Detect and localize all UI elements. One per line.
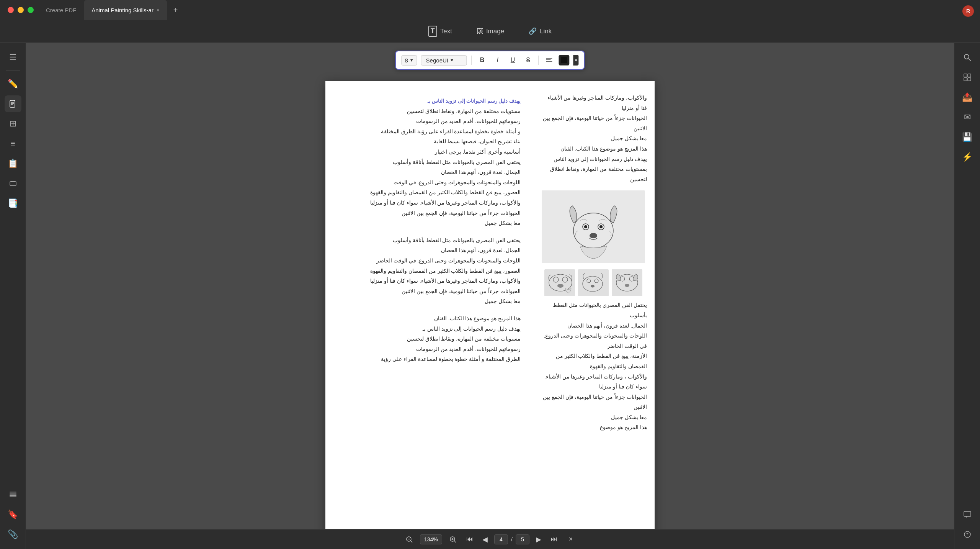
sidebar-right-mail[interactable]: ✉ xyxy=(959,109,976,126)
sidebar-right-lightning[interactable]: ⚡ xyxy=(959,149,976,166)
pdf-right-bottom-3: اللوحات والمنحوتات والمجوهرات وحتى الدرو… xyxy=(540,331,647,351)
svg-rect-5 xyxy=(11,181,15,182)
svg-rect-13 xyxy=(964,78,967,81)
text-icon: T xyxy=(428,26,437,37)
sidebar-icon-layers[interactable] xyxy=(5,175,21,192)
window-controls xyxy=(0,7,34,13)
sidebar-icon-list[interactable]: ≡ xyxy=(5,135,21,152)
pdf-right-line-1: والأكواب، وماركات المتاجر وغيرها من الأش… xyxy=(540,93,647,103)
main-content: 8 ▼ SegoeUI ▼ B I U S ▼ يهدف دليل رسم ال… xyxy=(26,43,954,549)
pdf-page: يهدف دليل رسم الحيوانات إلى تزويد الناس … xyxy=(325,81,655,541)
pdf-right-bottom-8: هذا المزيج هو موضوع xyxy=(540,422,647,433)
page-first-button[interactable]: ⏮ xyxy=(464,533,476,546)
strikethrough-button[interactable]: S xyxy=(523,54,534,66)
pdf-text-line-23: مستويات مختلفة من المهارة، ونقاط انطلاق … xyxy=(345,334,521,344)
toolbar-image-item[interactable]: 🖼 Image xyxy=(472,25,509,38)
page-prev-button[interactable]: ◀ xyxy=(479,533,491,546)
user-avatar: R xyxy=(962,5,974,17)
pdf-right-line-5: هذا المزيج هو موضوع هذا الكتاب. الفنان xyxy=(540,144,647,154)
font-name-selector[interactable]: SegoeUI ▼ xyxy=(421,55,467,66)
tab-animal-painting[interactable]: Animal Painting Skills-ar × xyxy=(84,0,167,20)
pdf-text-line-12: الحيوانات جزءاً من حياتنا اليومية، فإن ا… xyxy=(345,208,521,218)
svg-rect-8 xyxy=(10,492,16,493)
sidebar-right-save[interactable]: 💾 xyxy=(959,129,976,146)
pdf-text-line-11: والأكواب، وماركات المتاجر وغيرها من الأش… xyxy=(345,198,521,208)
page-separator: / xyxy=(511,536,513,542)
pdf-right-line-2: فنا أو منزليا xyxy=(540,103,647,113)
pdf-thumb-1 xyxy=(612,269,642,296)
zoom-in-button[interactable] xyxy=(447,533,459,546)
zoom-out-button[interactable] xyxy=(403,533,415,546)
color-dropdown[interactable]: ▼ xyxy=(573,55,579,66)
pdf-text-line-7: يحتفي الفن المصري بالحيوانات مثل القطط ب… xyxy=(345,157,521,167)
pdf-thumb-2 xyxy=(578,269,609,296)
sidebar-icon-menu[interactable]: ☰ xyxy=(5,49,21,66)
pdf-right-bottom-1: يحتفل الفن المصري بالحيوانات مثل القطط ب… xyxy=(540,300,647,320)
pdf-thumbnails xyxy=(540,269,647,296)
font-size-selector[interactable]: 8 ▼ xyxy=(401,55,417,66)
title-bar: Create PDF Animal Painting Skills-ar × +… xyxy=(0,0,980,20)
pdf-text-line-9: اللوحات والمنحوتات والمجوهرات وحتى الدرو… xyxy=(345,177,521,188)
sidebar-icon-clipboard[interactable]: 📋 xyxy=(5,155,21,172)
svg-point-32 xyxy=(625,284,629,287)
underline-button[interactable]: U xyxy=(507,54,519,66)
sidebar-right-share[interactable]: 📤 xyxy=(959,89,976,106)
font-name-value: SegoeUI xyxy=(426,57,448,64)
tab-add-button[interactable]: + xyxy=(170,4,182,16)
svg-point-37 xyxy=(591,285,595,288)
pdf-text-line-17: العصور، يبيع فن القطط والكلاب الكثير من … xyxy=(345,266,521,276)
pdf-thumb-3 xyxy=(544,269,575,296)
sidebar-right-grid[interactable] xyxy=(959,69,976,86)
sidebar-right-icon2[interactable] xyxy=(959,526,976,543)
current-page[interactable]: 4 xyxy=(494,534,508,544)
tab-inactive-label: Create PDF xyxy=(46,7,76,13)
sidebar-icon-document[interactable] xyxy=(5,95,21,112)
align-button[interactable] xyxy=(544,54,555,66)
tab-close-icon[interactable]: × xyxy=(157,7,160,13)
sidebar-icon-layers-bottom[interactable] xyxy=(5,486,21,503)
svg-rect-14 xyxy=(968,78,971,81)
svg-line-10 xyxy=(969,59,971,61)
format-divider-2 xyxy=(539,56,539,65)
sidebar-right-search[interactable] xyxy=(959,49,976,66)
sidebar-icon-attachment[interactable]: 📎 xyxy=(5,526,21,543)
tab-bar: Create PDF Animal Painting Skills-ar × + xyxy=(38,0,182,20)
tab-create-pdf[interactable]: Create PDF xyxy=(38,0,84,20)
sidebar-icon-grid[interactable]: ⊞ xyxy=(5,115,21,132)
svg-point-27 xyxy=(590,233,597,238)
sidebar-divider-1 xyxy=(6,70,20,71)
italic-button[interactable]: I xyxy=(492,54,503,66)
sidebar-icon-bookmark[interactable]: 🔖 xyxy=(5,506,21,523)
pdf-right-line-3: الحيوانات جزءاً من حياتنا اليومية، فإن ا… xyxy=(540,113,647,133)
pdf-text-line-24: رسوماتهم للحيوانات. أقدم العديد من الرسو… xyxy=(345,344,521,354)
svg-rect-12 xyxy=(968,74,971,77)
page-next-button[interactable]: ▶ xyxy=(532,533,545,546)
page-last-button[interactable]: ⏭ xyxy=(548,533,560,546)
toolbar-link-item[interactable]: 🔗 Link xyxy=(524,25,556,38)
minimize-button[interactable] xyxy=(18,7,24,13)
color-swatch[interactable] xyxy=(559,55,570,66)
pdf-text-line-1: يهدف دليل رسم الحيوانات إلى تزويد الناس … xyxy=(345,97,521,106)
maximize-button[interactable] xyxy=(28,7,34,13)
pdf-text-line-20: معا بشكل جميل xyxy=(345,296,521,306)
pdf-text-line-19: الحيوانات جزءاً من حياتنا اليومية، فإن ا… xyxy=(345,286,521,297)
zoom-level[interactable]: 134% xyxy=(420,534,442,544)
font-size-value: 8 xyxy=(405,57,408,64)
svg-point-24 xyxy=(584,225,587,228)
bold-button[interactable]: B xyxy=(477,54,488,66)
svg-line-49 xyxy=(454,541,456,542)
svg-point-26 xyxy=(599,225,603,228)
toolbar-text-item[interactable]: T Text xyxy=(424,23,457,39)
pdf-text-line-25: الطرق المختلفة و أمثلة خطوة بخطوة لمساعد… xyxy=(345,354,521,364)
pdf-left-column: يهدف دليل رسم الحيوانات إلى تزويد الناس … xyxy=(325,81,532,541)
sidebar-icon-pages[interactable]: 📑 xyxy=(5,195,21,212)
sidebar-icon-edit[interactable]: ✏️ xyxy=(5,75,21,92)
close-button[interactable] xyxy=(8,7,14,13)
sidebar-right-comment[interactable] xyxy=(959,506,976,523)
pdf-text-line-15: الجمال. لعدة قرون، أنهم هذا الحصان xyxy=(345,245,521,256)
pdf-text-line-22: يهدف دليل رسم الحيوانات إلى تزويد الناس … xyxy=(345,324,521,334)
status-close-button[interactable]: × xyxy=(565,533,577,546)
pdf-right-line-4: معا بشكل جميل xyxy=(540,133,647,144)
pdf-text-line-5: بناء تشريح الحيوان، فيضعها بسيط للغاية xyxy=(345,136,521,147)
main-toolbar: T Text 🖼 Image 🔗 Link xyxy=(0,20,980,43)
